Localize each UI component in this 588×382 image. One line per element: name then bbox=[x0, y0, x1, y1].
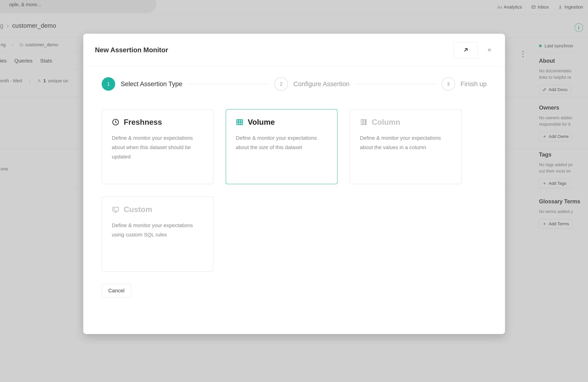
step-label: Finish up bbox=[461, 80, 487, 88]
card-desc: Define & monitor your expectations about… bbox=[236, 133, 327, 152]
modal-footer: Cancel bbox=[102, 271, 487, 297]
table-icon bbox=[236, 118, 243, 126]
card-title: Custom bbox=[124, 205, 152, 214]
step-number: 2 bbox=[274, 77, 288, 91]
modal-header: New Assertion Monitor bbox=[83, 34, 505, 66]
assertion-type-cards: Freshness Define & monitor your expectat… bbox=[102, 109, 487, 271]
modal-body: 1 Select Assertion Type 2 Configure Asse… bbox=[83, 66, 505, 334]
close-icon bbox=[487, 47, 492, 53]
step-divider bbox=[356, 84, 436, 84]
clock-icon bbox=[112, 118, 119, 126]
cancel-button[interactable]: Cancel bbox=[102, 284, 131, 297]
step-1[interactable]: 1 Select Assertion Type bbox=[102, 77, 182, 91]
card-volume[interactable]: Volume Define & monitor your expectation… bbox=[226, 109, 337, 184]
column-icon bbox=[360, 118, 368, 126]
card-freshness[interactable]: Freshness Define & monitor your expectat… bbox=[102, 109, 213, 184]
card-desc: Define & monitor your expectations about… bbox=[112, 133, 203, 161]
step-number: 1 bbox=[102, 77, 115, 91]
svg-rect-6 bbox=[366, 119, 366, 125]
close-button[interactable] bbox=[485, 45, 494, 55]
step-label: Select Assertion Type bbox=[121, 80, 182, 88]
assertion-monitor-modal: New Assertion Monitor 1 Select Assertion… bbox=[83, 34, 505, 334]
step-divider bbox=[189, 84, 268, 84]
expand-button[interactable] bbox=[454, 42, 478, 58]
expand-icon bbox=[462, 46, 469, 53]
stepper: 1 Select Assertion Type 2 Configure Asse… bbox=[102, 77, 487, 91]
svg-rect-5 bbox=[363, 119, 365, 125]
card-desc: Define & monitor your expectations about… bbox=[360, 133, 451, 152]
card-title: Column bbox=[372, 118, 400, 127]
svg-rect-7 bbox=[113, 207, 119, 211]
card-custom[interactable]: Custom Define & monitor your expectation… bbox=[102, 197, 213, 271]
modal-header-actions bbox=[454, 42, 494, 58]
step-3[interactable]: 3 Finish up bbox=[441, 77, 487, 91]
card-title: Volume bbox=[248, 118, 275, 127]
card-column[interactable]: Column Define & monitor your expectation… bbox=[350, 109, 462, 184]
svg-rect-3 bbox=[237, 119, 243, 125]
modal-title: New Assertion Monitor bbox=[95, 46, 168, 54]
card-title: Freshness bbox=[124, 118, 162, 127]
card-desc: Define & monitor your expectations using… bbox=[112, 221, 203, 239]
svg-rect-4 bbox=[361, 119, 363, 125]
step-2[interactable]: 2 Configure Assertion bbox=[274, 77, 350, 91]
step-label: Configure Assertion bbox=[294, 80, 350, 88]
step-number: 3 bbox=[441, 77, 455, 91]
sql-icon bbox=[112, 206, 119, 213]
